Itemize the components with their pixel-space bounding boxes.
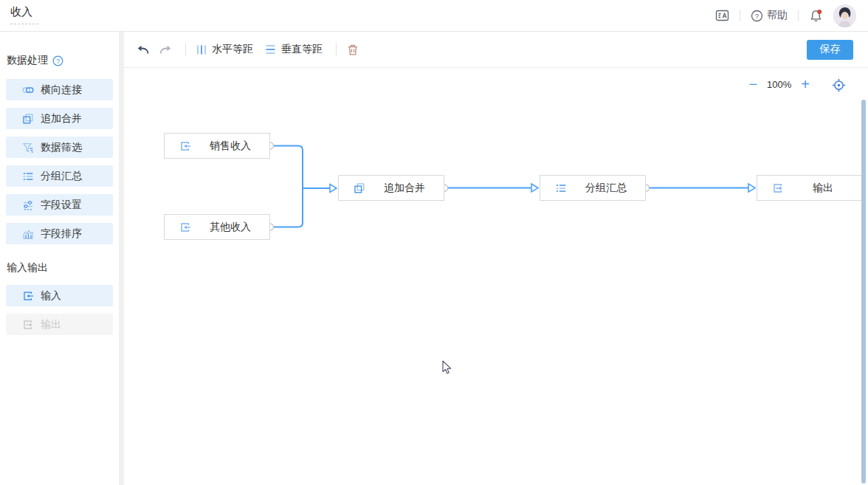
mouse-cursor-icon <box>441 360 453 378</box>
sidebar-item-label: 输出 <box>41 318 61 331</box>
redo-button[interactable] <box>159 44 172 55</box>
language-icon[interactable] <box>715 9 729 22</box>
topbar: 收入 ? 帮助 <box>0 0 868 32</box>
vertical-equal-spacing-button[interactable]: 垂直等距 <box>265 43 323 56</box>
edge-other-to-merge <box>270 188 303 227</box>
document-title[interactable]: 收入 <box>10 5 38 24</box>
save-button[interactable]: 保存 <box>807 40 853 60</box>
sidebar-item-data-filter[interactable]: 数据筛选 <box>6 137 113 158</box>
trash-icon <box>347 44 359 56</box>
flow-node-group-summary[interactable]: 分组汇总 <box>540 175 646 201</box>
zoom-out-button[interactable]: − <box>748 78 757 91</box>
sidebar-item-field-sort[interactable]: 字段排序 <box>6 223 113 244</box>
vertical-scrollbar[interactable] <box>861 100 866 484</box>
canvas-toolbar: 水平等距 垂直等距 保存 <box>124 32 868 68</box>
delete-button[interactable] <box>347 44 359 56</box>
avatar[interactable] <box>833 4 856 27</box>
section-title: 数据处理 <box>7 54 48 67</box>
arrowhead-icon <box>531 184 538 192</box>
sidebar-item-label: 字段排序 <box>41 227 82 241</box>
sidebar-item-output: 输出 <box>6 314 113 335</box>
group-summary-icon <box>22 171 34 182</box>
horizontal-equal-spacing-button[interactable]: 水平等距 <box>196 43 253 56</box>
arrowhead-icon <box>748 184 755 192</box>
flow-canvas[interactable]: − 100% + <box>124 68 868 485</box>
flow-node-output[interactable]: 输出 <box>757 175 863 201</box>
append-merge-icon <box>22 113 34 125</box>
divider <box>185 43 186 56</box>
locate-icon <box>832 78 846 92</box>
sidebar-item-label: 数据筛选 <box>41 141 82 154</box>
sidebar-item-group-summary[interactable]: 分组汇总 <box>6 165 113 187</box>
input-icon <box>22 290 34 302</box>
horizontal-join-icon <box>22 84 34 96</box>
field-settings-icon <box>22 199 34 211</box>
flow-edges <box>124 68 868 485</box>
node-label: 输出 <box>784 182 862 195</box>
redo-icon <box>159 44 172 55</box>
document-title-wrap[interactable]: 收入 <box>10 4 41 28</box>
help-label: 帮助 <box>767 9 788 22</box>
sidebar-item-horizontal-join[interactable]: 横向连接 <box>6 79 113 100</box>
horizontal-equal-spacing-label: 水平等距 <box>212 43 253 56</box>
zoom-controls: − 100% + <box>748 78 810 91</box>
vertical-spacing-icon <box>265 44 276 55</box>
sidebar-item-append-merge[interactable]: 追加合并 <box>6 108 113 129</box>
zoom-level: 100% <box>767 79 791 90</box>
divider <box>798 10 799 21</box>
help-circle-icon: ? <box>751 10 763 22</box>
edge-sales-to-merge <box>270 146 303 189</box>
question-circle-icon[interactable]: ? <box>52 55 63 66</box>
sidebar-section-io-title: 输入输出 <box>7 261 113 275</box>
divider <box>740 10 740 21</box>
node-label: 其他收入 <box>191 221 269 234</box>
divider <box>336 43 337 56</box>
zoom-in-button[interactable]: + <box>801 78 810 91</box>
undo-icon <box>137 44 150 55</box>
output-icon <box>772 182 784 194</box>
sidebar-item-label: 输入 <box>41 289 61 303</box>
sidebar-item-input[interactable]: 输入 <box>6 285 113 306</box>
input-icon <box>179 221 191 233</box>
group-summary-icon <box>555 182 567 194</box>
node-label: 分组汇总 <box>567 182 645 195</box>
sidebar-item-label: 横向连接 <box>41 83 82 97</box>
node-label: 销售收入 <box>191 140 269 153</box>
sidebar-item-label: 分组汇总 <box>41 170 82 183</box>
sidebar-item-field-settings[interactable]: 字段设置 <box>6 194 113 216</box>
help-button[interactable]: ? 帮助 <box>751 9 788 22</box>
svg-text:?: ? <box>755 12 759 20</box>
undo-button[interactable] <box>137 44 150 55</box>
topbar-actions: ? 帮助 <box>715 4 856 27</box>
sidebar-item-label: 追加合并 <box>41 112 82 125</box>
node-label: 追加合并 <box>365 182 444 195</box>
arrowhead-icon <box>330 185 337 193</box>
data-filter-icon <box>22 142 34 154</box>
sidebar-divider <box>119 32 124 485</box>
svg-text:?: ? <box>56 58 60 65</box>
sidebar-item-label: 字段设置 <box>41 199 82 212</box>
sidebar: 数据处理 ? 横向连接 追加合并 <box>0 32 119 485</box>
flow-node-sales-income[interactable]: 销售收入 <box>164 133 270 159</box>
vertical-equal-spacing-label: 垂直等距 <box>281 43 323 56</box>
append-merge-icon <box>354 182 365 194</box>
main-area: 水平等距 垂直等距 保存 <box>124 32 868 485</box>
sidebar-section-data-processing: 数据处理 ? <box>6 54 113 67</box>
output-icon <box>22 319 34 331</box>
input-icon <box>179 140 191 152</box>
horizontal-spacing-icon <box>196 44 207 55</box>
locate-center-button[interactable] <box>832 78 846 92</box>
flow-node-append-merge[interactable]: 追加合并 <box>338 175 444 201</box>
field-sort-icon <box>22 228 34 240</box>
notification-bell-icon[interactable] <box>809 9 823 23</box>
flow-node-other-income[interactable]: 其他收入 <box>164 214 270 240</box>
